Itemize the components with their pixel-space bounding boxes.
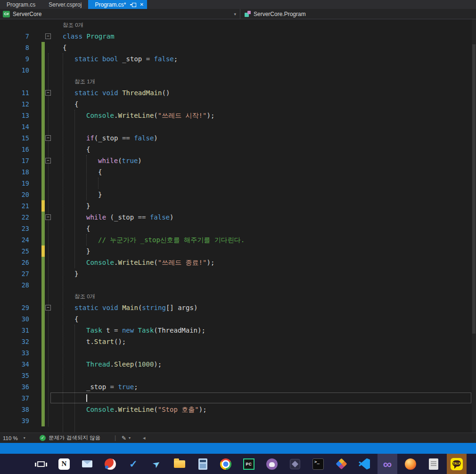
line-number[interactable]: 30 bbox=[0, 313, 29, 325]
line-number[interactable]: 39 bbox=[0, 415, 29, 426]
code-line-18[interactable]: 18{ bbox=[0, 166, 476, 178]
line-number[interactable]: 37 bbox=[0, 392, 29, 404]
vscode-taskbar-button[interactable] bbox=[354, 454, 374, 474]
code-line-10[interactable]: 10 bbox=[0, 65, 476, 76]
line-number[interactable]: 34 bbox=[0, 359, 29, 370]
code-line-15[interactable]: 15−if(_stop == false) bbox=[0, 132, 476, 144]
code-line-11[interactable]: 11−static void ThreadMain() bbox=[0, 87, 476, 98]
fold-collapse-button[interactable]: − bbox=[45, 214, 51, 220]
member-dropdown[interactable]: ServerCore.Program bbox=[240, 9, 476, 19]
line-number[interactable]: 12 bbox=[0, 98, 29, 110]
vertical-scrollbar[interactable] bbox=[472, 19, 476, 433]
line-number[interactable]: 38 bbox=[0, 404, 29, 415]
code-line-19[interactable]: 19 bbox=[0, 178, 476, 189]
tab-server-csproj[interactable]: Server.csproj bbox=[42, 0, 88, 9]
fold-collapse-button[interactable]: − bbox=[45, 158, 51, 163]
codelens-references[interactable]: 참조 1개 bbox=[51, 76, 95, 87]
code-line-7[interactable]: 7−class Program bbox=[0, 31, 476, 42]
line-number[interactable]: 33 bbox=[0, 347, 29, 359]
code-line-39[interactable]: 39 bbox=[0, 415, 476, 426]
code-line-33[interactable]: 33 bbox=[0, 347, 476, 359]
code-line-20[interactable]: 20} bbox=[0, 189, 476, 200]
chrome-taskbar-button[interactable] bbox=[216, 454, 236, 474]
notion-taskbar-button[interactable]: N bbox=[54, 454, 74, 474]
code-line-25[interactable]: 25} bbox=[0, 245, 476, 257]
codelens-row[interactable]: 참조 0개 bbox=[0, 19, 476, 31]
line-number[interactable]: 26 bbox=[0, 257, 29, 268]
fold-collapse-button[interactable]: − bbox=[45, 305, 51, 311]
kakaotalk-taskbar-button[interactable]: TALK bbox=[447, 454, 467, 474]
line-number[interactable]: 7 bbox=[0, 31, 29, 42]
line-number[interactable]: 20 bbox=[0, 189, 29, 200]
todo-check-taskbar-button[interactable]: ✓ bbox=[123, 454, 143, 474]
scrollbar-thumb[interactable] bbox=[472, 44, 476, 334]
code-line-35[interactable]: 35 bbox=[0, 370, 476, 381]
pycharm-taskbar-button[interactable]: PC bbox=[239, 454, 259, 474]
fold-collapse-button[interactable]: − bbox=[45, 33, 51, 39]
file-explorer-taskbar-button[interactable] bbox=[170, 454, 189, 474]
code-line-9[interactable]: 9static bool _stop = false; bbox=[0, 53, 476, 65]
tab-program-cs[interactable]: Program.cs bbox=[0, 0, 42, 9]
line-number[interactable]: 13 bbox=[0, 110, 29, 121]
line-number[interactable]: 16 bbox=[0, 144, 29, 155]
codelens-references[interactable]: 참조 0개 bbox=[51, 291, 95, 302]
code-editor[interactable]: 참조 0개7−class Program8{9static bool _stop… bbox=[0, 19, 476, 433]
code-line-28[interactable]: 28 bbox=[0, 279, 476, 291]
code-line-21[interactable]: 21} bbox=[0, 200, 476, 212]
codelens-row[interactable]: 참조 1개 bbox=[0, 76, 476, 87]
diamond-app-taskbar-button[interactable] bbox=[331, 454, 351, 474]
code-line-27[interactable]: 27} bbox=[0, 268, 476, 279]
code-line-32[interactable]: 32t.Start(); bbox=[0, 336, 476, 347]
code-line-24[interactable]: 24// 누군가가 _stop신호를 해주기를 기다린다. bbox=[0, 234, 476, 245]
code-line-12[interactable]: 12{ bbox=[0, 98, 476, 110]
line-number[interactable]: 9 bbox=[0, 53, 29, 65]
document-health-indicator[interactable]: ✓ 문제가 검색되지 않음 bbox=[40, 433, 100, 443]
code-cleanup-button[interactable]: ✎ ▾ bbox=[122, 433, 131, 443]
project-dropdown[interactable]: C# ServerCore ▾ bbox=[0, 9, 240, 19]
code-line-30[interactable]: 30{ bbox=[0, 313, 476, 325]
pin-icon[interactable] bbox=[130, 1, 136, 8]
red-app-taskbar-button[interactable] bbox=[100, 454, 120, 474]
line-number[interactable]: 25 bbox=[0, 245, 29, 257]
tab-program-cs[interactable]: Program.cs*✕ bbox=[88, 0, 147, 9]
code-line-34[interactable]: 34Thread.Sleep(1000); bbox=[0, 359, 476, 370]
codelens-references[interactable]: 참조 0개 bbox=[51, 19, 83, 31]
line-number[interactable]: 31 bbox=[0, 325, 29, 336]
line-number[interactable]: 11 bbox=[0, 87, 29, 98]
code-line-8[interactable]: 8{ bbox=[0, 42, 476, 53]
close-icon[interactable]: ✕ bbox=[140, 2, 143, 7]
github-desktop-taskbar-button[interactable] bbox=[262, 454, 282, 474]
fold-collapse-button[interactable]: − bbox=[45, 90, 51, 96]
code-line-13[interactable]: 13Console.WriteLine("쓰레드 시작!"); bbox=[0, 110, 476, 121]
line-number[interactable]: 18 bbox=[0, 166, 29, 178]
code-line-14[interactable]: 14 bbox=[0, 121, 476, 132]
code-line-38[interactable]: 38Console.WriteLine("Stop 호출"); bbox=[0, 404, 476, 415]
code-line-29[interactable]: 29−static void Main(string[] args) bbox=[0, 302, 476, 313]
line-number[interactable]: 23 bbox=[0, 223, 29, 234]
mail-taskbar-button[interactable] bbox=[77, 454, 97, 474]
calculator-taskbar-button[interactable] bbox=[193, 454, 213, 474]
fold-collapse-button[interactable]: − bbox=[45, 135, 51, 141]
gray-app-taskbar-button[interactable] bbox=[424, 454, 443, 474]
line-number[interactable]: 19 bbox=[0, 178, 29, 189]
visual-studio-taskbar-button[interactable]: ∞ bbox=[378, 454, 397, 474]
zoom-control[interactable]: 110 % ▾ bbox=[3, 433, 25, 443]
line-number[interactable]: 8 bbox=[0, 42, 29, 53]
task-view-taskbar-button[interactable] bbox=[31, 454, 51, 474]
hscroll-left-arrow[interactable]: ◂ bbox=[143, 433, 146, 443]
codelens-row[interactable]: 참조 0개 bbox=[0, 291, 476, 302]
line-number[interactable]: 17 bbox=[0, 155, 29, 166]
line-number[interactable]: 15 bbox=[0, 132, 29, 144]
code-line-31[interactable]: 31Task t = new Task(ThreadMain); bbox=[0, 325, 476, 336]
line-number[interactable]: 24 bbox=[0, 234, 29, 245]
terminal-taskbar-button[interactable]: >_ bbox=[308, 454, 328, 474]
line-number[interactable]: 22 bbox=[0, 212, 29, 223]
paper-plane-taskbar-button[interactable]: ➤ bbox=[147, 454, 166, 474]
line-number[interactable]: 21 bbox=[0, 200, 29, 212]
line-number[interactable]: 28 bbox=[0, 279, 29, 291]
orange-app-taskbar-button[interactable] bbox=[401, 454, 420, 474]
line-number[interactable]: 36 bbox=[0, 381, 29, 392]
code-line-16[interactable]: 16{ bbox=[0, 144, 476, 155]
chevron-down-icon[interactable]: ▾ bbox=[234, 12, 236, 16]
code-line-26[interactable]: 26Console.WriteLine("쓰레드 종료!"); bbox=[0, 257, 476, 268]
